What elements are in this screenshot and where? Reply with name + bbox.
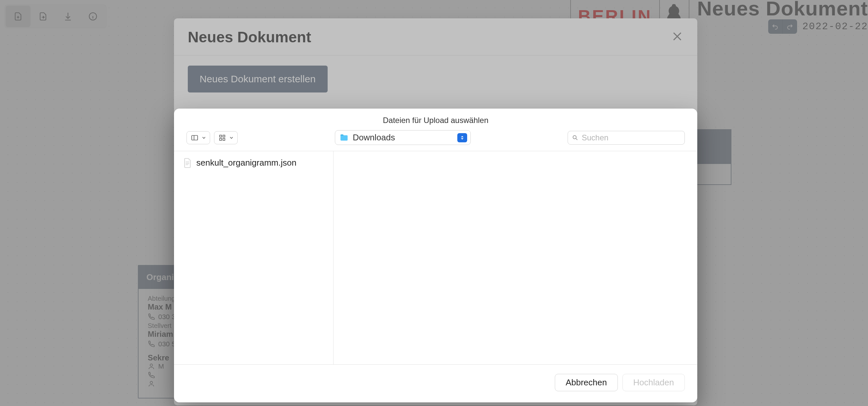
folder-select[interactable]: Downloads [335,130,471,145]
grid-icon [218,134,226,142]
file-list-column: senkult_organigramm.json [174,151,334,364]
sidebar-icon [191,134,198,142]
file-icon [183,158,192,168]
file-row[interactable]: senkult_organigramm.json [174,155,333,171]
chevron-up-icon [461,135,464,138]
folder-icon [340,134,348,141]
file-preview-column [334,151,697,364]
upload-button[interactable]: Hochladen [622,374,685,391]
picker-toolbar: Downloads [174,130,697,151]
svg-rect-6 [220,138,222,140]
chevron-down-icon [229,136,234,140]
folder-stepper[interactable] [457,133,467,142]
search-box[interactable] [568,131,685,145]
svg-point-8 [573,135,576,139]
sidebar-toggle-button[interactable] [186,131,210,144]
svg-rect-7 [223,138,225,140]
picker-footer: Abbrechen Hochladen [174,364,697,402]
folder-name: Downloads [353,133,453,143]
svg-rect-3 [192,135,198,140]
search-icon [572,134,579,141]
svg-rect-5 [223,135,225,137]
file-name: senkult_organigramm.json [196,158,297,168]
file-picker-dialog: Dateien für Upload auswählen Downloads [174,108,697,402]
chevron-down-icon [202,136,206,140]
cancel-button[interactable]: Abbrechen [555,374,618,391]
chevron-down-icon [461,138,464,140]
svg-rect-4 [220,135,222,137]
search-input[interactable] [582,133,681,142]
view-mode-button[interactable] [214,131,238,144]
picker-title: Dateien für Upload auswählen [174,108,697,130]
picker-body: senkult_organigramm.json [174,151,697,364]
